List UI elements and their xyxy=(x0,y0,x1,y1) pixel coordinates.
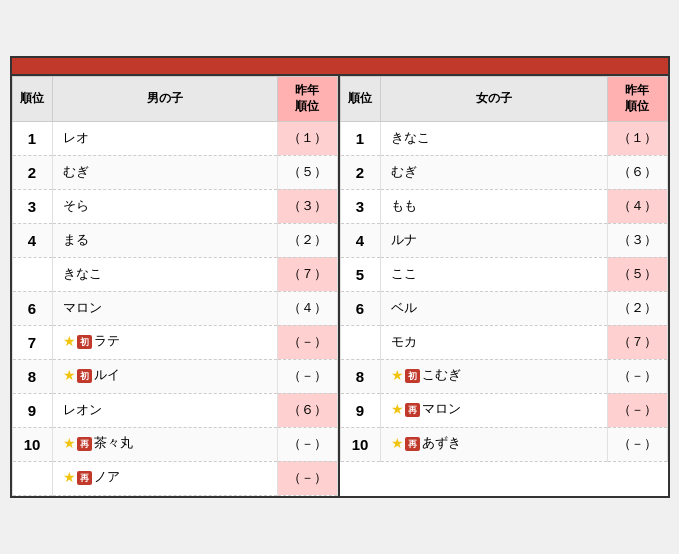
prev-rank-cell: （３） xyxy=(277,189,337,223)
prev-rank-cell: （２） xyxy=(277,223,337,257)
table-row: 9レオン（６） xyxy=(12,393,337,427)
table-row: 9★再マロン（－） xyxy=(340,393,667,427)
rank-cell: 6 xyxy=(12,291,52,325)
male-name-header: 男の子 xyxy=(52,77,277,121)
cat-name: モカ xyxy=(391,334,417,349)
table-wrapper: 順位 男の子 昨年順位 1レオ（１）2むぎ（５）3そら（３）4まる（２）きなこ（… xyxy=(12,76,668,495)
rank-number: 2 xyxy=(28,164,36,181)
rank-number: 7 xyxy=(28,334,36,351)
table-row: 2むぎ（５） xyxy=(12,155,337,189)
prev-rank-value: （４） xyxy=(288,300,327,315)
prev-rank-cell: （７） xyxy=(277,257,337,291)
name-cell: ★再あずき xyxy=(380,427,607,461)
name-cell: ★再マロン xyxy=(380,393,607,427)
cat-name: レオ xyxy=(63,130,89,145)
badge-star-icon: ★ xyxy=(63,367,76,383)
name-cell: むぎ xyxy=(380,155,607,189)
rank-number: 1 xyxy=(28,130,36,147)
rank-number: 2 xyxy=(356,164,364,181)
prev-rank-cell: （－） xyxy=(277,325,337,359)
prev-rank-value: （４） xyxy=(618,198,657,213)
main-container: 順位 男の子 昨年順位 1レオ（１）2むぎ（５）3そら（３）4まる（２）きなこ（… xyxy=(10,56,670,497)
rank-number: 6 xyxy=(356,300,364,317)
prev-rank-cell: （６） xyxy=(277,393,337,427)
rank-cell: 10 xyxy=(340,427,380,461)
rank-number: 5 xyxy=(356,266,364,283)
cat-name: ルイ xyxy=(94,368,120,383)
rank-cell: 4 xyxy=(340,223,380,257)
prev-rank-value: （－） xyxy=(288,436,327,451)
table-row: 10★再あずき（－） xyxy=(340,427,667,461)
prev-rank-value: （２） xyxy=(288,232,327,247)
name-cell: ★初ラテ xyxy=(52,325,277,359)
prev-rank-value: （－） xyxy=(288,334,327,349)
rank-cell: 2 xyxy=(12,155,52,189)
prev-rank-value: （－） xyxy=(618,436,657,451)
rank-number: 6 xyxy=(28,300,36,317)
badge-star-icon: ★ xyxy=(63,333,76,349)
cat-name: ルナ xyxy=(391,232,417,247)
name-cell: そら xyxy=(52,189,277,223)
male-rank-header: 順位 xyxy=(12,77,52,121)
table-row: 8★初ルイ（－） xyxy=(12,359,337,393)
badge-star-icon: ★ xyxy=(63,435,76,451)
cat-name: きなこ xyxy=(63,266,102,281)
table-row: ★再ノア（－） xyxy=(12,461,337,495)
name-cell: マロン xyxy=(52,291,277,325)
prev-rank-cell: （－） xyxy=(607,427,667,461)
rank-number: 10 xyxy=(24,436,41,453)
rank-cell: 10 xyxy=(12,427,52,461)
table-row: 8★初こむぎ（－） xyxy=(340,359,667,393)
rank-cell: 3 xyxy=(340,189,380,223)
name-cell: きなこ xyxy=(380,121,607,155)
prev-rank-value: （５） xyxy=(288,164,327,179)
male-section: 順位 男の子 昨年順位 1レオ（１）2むぎ（５）3そら（３）4まる（２）きなこ（… xyxy=(12,76,340,495)
cat-name: マロン xyxy=(422,402,461,417)
prev-rank-cell: （４） xyxy=(607,189,667,223)
prev-rank-value: （２） xyxy=(618,300,657,315)
badge-label: 再 xyxy=(405,437,420,452)
name-cell: むぎ xyxy=(52,155,277,189)
page-title xyxy=(12,58,668,76)
female-rank-header: 順位 xyxy=(340,77,380,121)
table-row: モカ（７） xyxy=(340,325,667,359)
rank-cell: 7 xyxy=(12,325,52,359)
rank-cell: 9 xyxy=(12,393,52,427)
female-section: 順位 女の子 昨年順位 1きなこ（１）2むぎ（６）3もも（４）4ルナ（３）5ここ… xyxy=(340,76,668,495)
rank-cell: 1 xyxy=(12,121,52,155)
prev-rank-cell: （３） xyxy=(607,223,667,257)
badge-label: 初 xyxy=(77,369,92,384)
prev-rank-value: （１） xyxy=(288,130,327,145)
prev-rank-value: （－） xyxy=(618,368,657,383)
prev-rank-cell: （６） xyxy=(607,155,667,189)
rank-number: 9 xyxy=(28,402,36,419)
prev-rank-value: （－） xyxy=(618,402,657,417)
name-cell: きなこ xyxy=(52,257,277,291)
name-cell: ベル xyxy=(380,291,607,325)
rank-number: 1 xyxy=(356,130,364,147)
badge-label: 初 xyxy=(405,369,420,384)
prev-rank-value: （－） xyxy=(288,368,327,383)
rank-number: 9 xyxy=(356,402,364,419)
rank-number: 8 xyxy=(28,368,36,385)
rank-cell xyxy=(12,461,52,495)
rank-cell: 1 xyxy=(340,121,380,155)
cat-name: まる xyxy=(63,232,89,247)
cat-name: 茶々丸 xyxy=(94,436,133,451)
cat-name: こむぎ xyxy=(422,368,461,383)
male-prev-header: 昨年順位 xyxy=(277,77,337,121)
cat-name: ここ xyxy=(391,266,417,281)
rank-cell xyxy=(340,325,380,359)
badge-label: 再 xyxy=(77,437,92,452)
prev-rank-value: （１） xyxy=(618,130,657,145)
table-row: 4ルナ（３） xyxy=(340,223,667,257)
rank-cell xyxy=(12,257,52,291)
name-cell: ルナ xyxy=(380,223,607,257)
table-row: 1きなこ（１） xyxy=(340,121,667,155)
rank-number: 4 xyxy=(28,232,36,249)
table-row: 4まる（２） xyxy=(12,223,337,257)
rank-number: 4 xyxy=(356,232,364,249)
female-prev-header: 昨年順位 xyxy=(607,77,667,121)
cat-name: もも xyxy=(391,198,417,213)
female-name-header: 女の子 xyxy=(380,77,607,121)
